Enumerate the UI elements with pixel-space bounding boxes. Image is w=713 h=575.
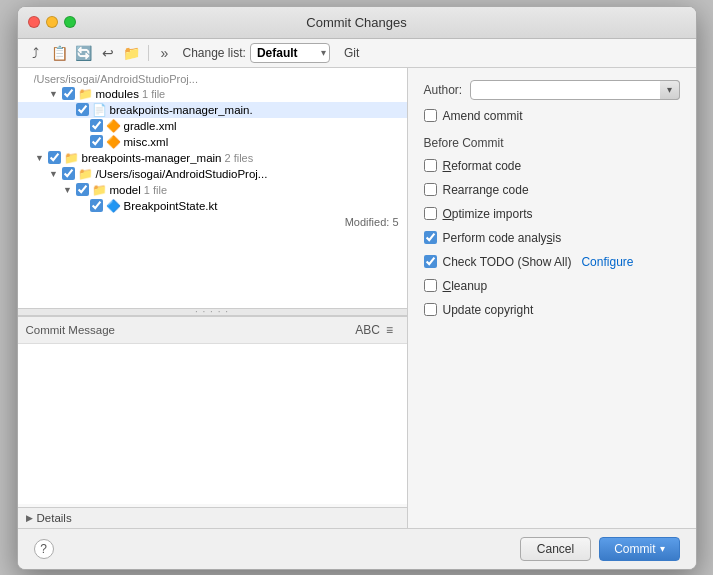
xml-icon: 🔶 <box>106 135 121 149</box>
list-item[interactable]: ▼ 📁 modules 1 file <box>18 86 407 102</box>
maximize-button[interactable] <box>64 16 76 28</box>
tree-checkbox[interactable] <box>90 119 103 132</box>
configure-link[interactable]: Configure <box>581 255 633 269</box>
list-item[interactable]: ▼ 📁 breakpoints-manager_main 2 files <box>18 150 407 166</box>
list-item[interactable]: 📄 breakpoints-manager_main. <box>18 102 407 118</box>
tree-node-label: /Users/isogai/AndroidStudioProj... <box>96 168 268 180</box>
commit-message-label: Commit Message <box>26 324 115 336</box>
file-count: 1 file <box>142 88 165 100</box>
body: /Users/isogai/AndroidStudioProj... ▼ 📁 m… <box>18 68 696 528</box>
commit-message-header: Commit Message ABC ≡ <box>18 317 407 344</box>
commit-message-icons: ABC ≡ <box>359 321 399 339</box>
spacer <box>76 136 88 148</box>
tree-node-label: breakpoints-manager_main <box>82 152 222 164</box>
titlebar: Commit Changes <box>18 7 696 39</box>
xml-icon: 🔶 <box>106 119 121 133</box>
update-copyright-label: Update copyright <box>443 303 534 317</box>
tree-node-label: breakpoints-manager_main. <box>110 104 253 116</box>
file-icon: 📄 <box>92 103 107 117</box>
amend-commit-row: Amend commit <box>424 108 680 124</box>
rearrange-code-row: Rearrange code <box>424 182 680 198</box>
file-tree: /Users/isogai/AndroidStudioProj... ▼ 📁 m… <box>18 68 407 308</box>
minimize-button[interactable] <box>46 16 58 28</box>
author-input[interactable] <box>470 80 679 100</box>
folder-icon: 📁 <box>78 87 93 101</box>
commit-message-input[interactable] <box>18 344 407 504</box>
author-input-wrapper: ▾ <box>470 80 679 100</box>
list-item[interactable]: ▼ 📁 model 1 file <box>18 182 407 198</box>
changelist-select[interactable]: Default <box>250 43 330 63</box>
collapse-arrow-icon: ▼ <box>48 168 60 180</box>
file-count: 2 files <box>225 152 254 164</box>
amend-commit-checkbox[interactable] <box>424 109 437 122</box>
changelist-select-wrapper: Default ▾ <box>250 43 330 63</box>
perform-analysis-row: Perform code analysis <box>424 230 680 246</box>
check-todo-label: Check TODO (Show All) <box>443 255 572 269</box>
chevron-down-icon: ▾ <box>660 543 665 554</box>
details-section[interactable]: ▶ Details <box>18 507 407 528</box>
right-panel: Author: ▾ Amend commit Before Commit Ref… <box>408 68 696 528</box>
tree-checkbox[interactable] <box>90 199 103 212</box>
tree-checkbox[interactable] <box>76 103 89 116</box>
list-item[interactable]: 🔷 BreakpointState.kt <box>18 198 407 214</box>
tree-node-label: model <box>110 184 141 196</box>
toolbar-icon-1[interactable]: ⤴ <box>26 43 46 63</box>
window-controls <box>28 16 76 28</box>
optimize-imports-checkbox[interactable] <box>424 207 437 220</box>
check-todo-row: Check TODO (Show All) Configure <box>424 254 680 270</box>
list-item[interactable]: ▼ 📁 /Users/isogai/AndroidStudioProj... <box>18 166 407 182</box>
close-button[interactable] <box>28 16 40 28</box>
commit-button[interactable]: Commit ▾ <box>599 537 679 561</box>
commit-message-section: Commit Message ABC ≡ <box>18 316 407 507</box>
toolbar-icon-5[interactable]: 📁 <box>122 43 142 63</box>
update-copyright-checkbox[interactable] <box>424 303 437 316</box>
file-count: 1 file <box>144 184 167 196</box>
author-dropdown-button[interactable]: ▾ <box>660 80 680 100</box>
settings-icon[interactable]: ≡ <box>381 321 399 339</box>
tree-node-label: misc.xml <box>124 136 169 148</box>
tree-checkbox[interactable] <box>62 87 75 100</box>
cancel-button[interactable]: Cancel <box>520 537 591 561</box>
footer: ? Cancel Commit ▾ <box>18 528 696 569</box>
optimize-imports-row: Optimize imports <box>424 206 680 222</box>
perform-analysis-checkbox[interactable] <box>424 231 437 244</box>
toolbar-icon-2[interactable]: 📋 <box>50 43 70 63</box>
check-todo-checkbox[interactable] <box>424 255 437 268</box>
tree-node-label: modules <box>96 88 139 100</box>
changelist-label: Change list: <box>183 46 246 60</box>
spell-check-icon[interactable]: ABC <box>359 321 377 339</box>
modified-indicator: Modified: 5 <box>345 216 399 228</box>
git-tab[interactable]: Git <box>344 46 359 60</box>
list-item[interactable]: 🔶 gradle.xml <box>18 118 407 134</box>
collapse-arrow-icon: ▼ <box>48 88 60 100</box>
spacer <box>62 104 74 116</box>
toolbar: ⤴ 📋 🔄 ↩ 📁 » Change list: Default ▾ Git <box>18 39 696 68</box>
rearrange-code-label: Rearrange code <box>443 183 529 197</box>
list-item[interactable]: 🔶 misc.xml <box>18 134 407 150</box>
toolbar-icon-6[interactable]: » <box>155 43 175 63</box>
help-button[interactable]: ? <box>34 539 54 559</box>
kotlin-file-icon: 🔷 <box>106 199 121 213</box>
tree-checkbox[interactable] <box>90 135 103 148</box>
tree-node-label: BreakpointState.kt <box>124 200 218 212</box>
tree-checkbox[interactable] <box>48 151 61 164</box>
author-row: Author: ▾ <box>424 80 680 100</box>
tree-checkbox[interactable] <box>76 183 89 196</box>
perform-analysis-label: Perform code analysis <box>443 231 562 245</box>
reformat-code-checkbox[interactable] <box>424 159 437 172</box>
author-label: Author: <box>424 83 463 97</box>
rearrange-code-checkbox[interactable] <box>424 183 437 196</box>
toolbar-icon-4[interactable]: ↩ <box>98 43 118 63</box>
spacer <box>76 200 88 212</box>
cleanup-checkbox[interactable] <box>424 279 437 292</box>
left-panel: /Users/isogai/AndroidStudioProj... ▼ 📁 m… <box>18 68 408 528</box>
cleanup-label: Cleanup <box>443 279 488 293</box>
list-item[interactable]: /Users/isogai/AndroidStudioProj... <box>18 72 407 86</box>
tree-checkbox[interactable] <box>62 167 75 180</box>
toolbar-separator <box>148 45 149 61</box>
resize-handle[interactable]: · · · · · <box>18 308 407 316</box>
before-commit-header: Before Commit <box>424 136 680 150</box>
toolbar-icon-3[interactable]: 🔄 <box>74 43 94 63</box>
reformat-code-label: Reformat code <box>443 159 522 173</box>
amend-commit-label: Amend commit <box>443 109 523 123</box>
